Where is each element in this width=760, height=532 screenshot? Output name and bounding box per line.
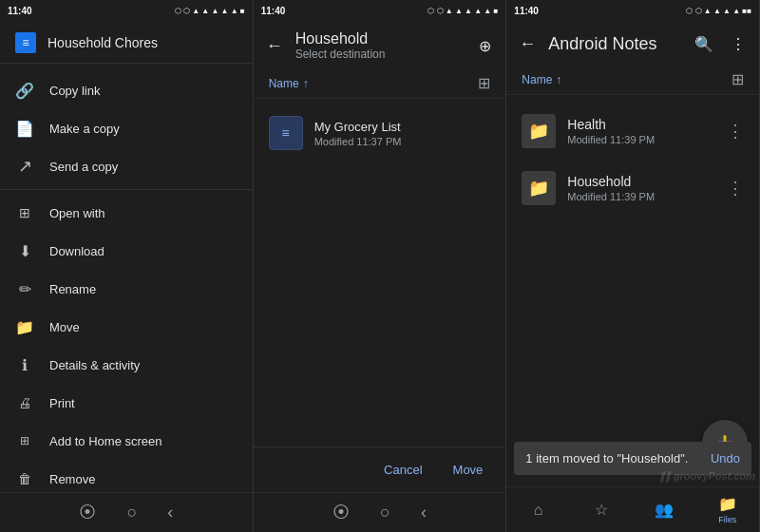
sort-row-3: Name ↑ ⊞ [506,65,759,95]
send-copy-icon: ↗ [15,157,34,176]
p3-nav-home[interactable]: ⌂ [506,502,569,519]
folder-more-household[interactable]: ⋮ [727,178,744,199]
more-options-button[interactable]: ⋮ [725,30,751,57]
folder-meta-health: Modified 11:39 PM [567,134,715,145]
folder-info-health: Health Modified 11:39 PM [567,117,715,145]
download-icon: ⬇ [15,241,34,260]
file-name: My Grocery List [314,120,491,134]
menu-item-send-copy[interactable]: ↗ Send a copy [0,147,253,185]
menu-item-open-with[interactable]: ⊞ Open with [0,194,253,232]
menu-item-download-label: Download [49,244,104,258]
folder-household[interactable]: 📁 Household Modified 11:39 PM ⋮ [506,160,759,217]
search-button[interactable]: 🔍 [691,30,717,57]
nav-home-2[interactable]: ○ [380,503,390,522]
menu-item-print[interactable]: 🖨 Print [0,384,253,422]
cancel-button[interactable]: Cancel [376,457,429,483]
file-info: My Grocery List Modified 11:37 PM [314,120,491,147]
menu-item-print-label: Print [49,396,75,410]
nav-menu-2[interactable]: ⦿ [332,503,350,522]
bottom-nav-1: ⦿ ○ ‹ [0,492,253,532]
nav-back-1[interactable]: ‹ [167,503,173,522]
make-copy-icon: 📄 [15,119,34,138]
p3-bottom-nav: ⌂ ☆ 👥 📁 Files [506,486,759,532]
details-icon: ℹ [15,355,34,374]
menu-item-rename[interactable]: ✏ Rename [0,270,253,308]
grid-view-icon-2[interactable]: ⊞ [478,74,490,92]
notes-back-button[interactable]: ← [514,30,541,57]
menu-item-make-copy-label: Make a copy [49,122,120,136]
status-icons-2: ⬡ ⬡ ▲ ▲ ▲ ▲ ▲ ■ [428,7,498,15]
file-list: ≡ My Grocery List Modified 11:37 PM [254,99,506,446]
file-thumbnail: ≡ [269,116,303,150]
nav-menu-1[interactable]: ⦿ [79,503,96,522]
back-button[interactable]: ← [261,32,288,59]
folder-icon-health: 📁 [522,114,556,148]
doc-icon: ≡ [15,32,36,53]
file-item-grocery[interactable]: ≡ My Grocery List Modified 11:37 PM [254,106,506,160]
menu-list: 🔗 Copy link 📄 Make a copy ↗ Send a copy … [0,64,253,492]
folder-meta-household: Modified 11:39 PM [567,191,715,202]
folder-name-health: Health [567,117,715,132]
menu-item-details[interactable]: ℹ Details & activity [0,346,253,384]
picker-title: Household [295,30,465,48]
picker-header: ← Household Select destination ⊕ [254,21,506,68]
people-nav-icon: 👥 [655,501,674,519]
sort-label-3[interactable]: Name ↑ [522,73,561,86]
files-nav-icon: 📁 [718,495,737,513]
bottom-nav-2: ⦿ ○ ‹ [254,492,506,532]
sort-row-2: Name ↑ ⊞ [254,68,506,99]
menu-header-title: Household Chores [48,35,158,50]
menu-header: ≡ Household Chores [0,21,253,64]
file-picker-panel: 11:40 ⬡ ⬡ ▲ ▲ ▲ ▲ ▲ ■ ← Household Select… [254,0,507,532]
picker-subtitle: Select destination [295,48,465,61]
menu-item-open-with-label: Open with [49,206,105,220]
menu-item-copy-link[interactable]: 🔗 Copy link [0,71,253,109]
menu-item-send-copy-label: Send a copy [49,160,118,174]
menu-item-remove[interactable]: 🗑 Remove [0,460,253,492]
menu-item-make-copy[interactable]: 📄 Make a copy [0,109,253,147]
status-bar-1: 11:40 ⬡ ⬡ ▲ ▲ ▲ ▲ ▲ ■ [0,0,253,21]
menu-item-copy-link-label: Copy link [49,84,100,98]
nav-back-2[interactable]: ‹ [421,503,427,522]
print-icon: 🖨 [15,393,34,412]
picker-header-text: Household Select destination [295,30,465,61]
menu-item-download[interactable]: ⬇ Download [0,232,253,270]
remove-icon: 🗑 [15,469,34,488]
watermark: ‖‖ groovyPost.com [659,470,755,483]
home-nav-icon: ⌂ [534,502,543,519]
folder-info-household: Household Modified 11:39 PM [567,174,715,202]
menu-item-add-home[interactable]: ⊞ Add to Home screen [0,422,253,460]
copy-link-icon: 🔗 [15,81,34,100]
status-bar-2: 11:40 ⬡ ⬡ ▲ ▲ ▲ ▲ ▲ ■ [254,0,506,21]
folder-name-household: Household [567,174,715,189]
menu-item-move[interactable]: 📁 Move [0,308,253,346]
menu-item-details-label: Details & activity [49,358,140,372]
picker-action-icon[interactable]: ⊕ [471,32,498,59]
folder-more-health[interactable]: ⋮ [727,121,744,142]
notes-header: ← Android Notes 🔍 ⋮ [506,21,759,65]
folder-health[interactable]: 📁 Health Modified 11:39 PM ⋮ [506,103,759,160]
status-icons-1: ⬡ ⬡ ▲ ▲ ▲ ▲ ▲ ■ [175,7,245,15]
move-icon: 📁 [15,317,34,336]
nav-home-1[interactable]: ○ [126,503,137,522]
android-notes-panel: 11:40 ⬡ ⬡ ▲ ▲ ▲ ▲ ■■ ← Android Notes 🔍 ⋮… [506,0,760,532]
sort-label-2[interactable]: Name ↑ [269,77,309,90]
star-nav-icon: ☆ [595,501,608,519]
p3-nav-people[interactable]: 👥 [633,501,695,519]
p3-nav-files[interactable]: 📁 Files [696,495,759,524]
move-button[interactable]: Move [446,457,491,483]
status-icons-3: ⬡ ⬡ ▲ ▲ ▲ ▲ ■■ [686,7,751,15]
menu-divider-1 [0,189,253,190]
p3-nav-star[interactable]: ☆ [570,501,633,519]
undo-button[interactable]: Undo [711,451,740,466]
grid-view-icon-3[interactable]: ⊞ [732,70,744,88]
status-time-3: 11:40 [514,6,539,16]
add-home-icon: ⊞ [15,431,34,450]
file-meta: Modified 11:37 PM [314,136,491,147]
menu-item-remove-label: Remove [49,472,95,486]
rename-icon: ✏ [15,279,34,298]
status-time-2: 11:40 [261,6,286,16]
snackbar-text: 1 item moved to "Household". [525,451,688,466]
menu-item-rename-label: Rename [49,282,96,296]
picker-footer: Cancel Move [254,446,506,492]
